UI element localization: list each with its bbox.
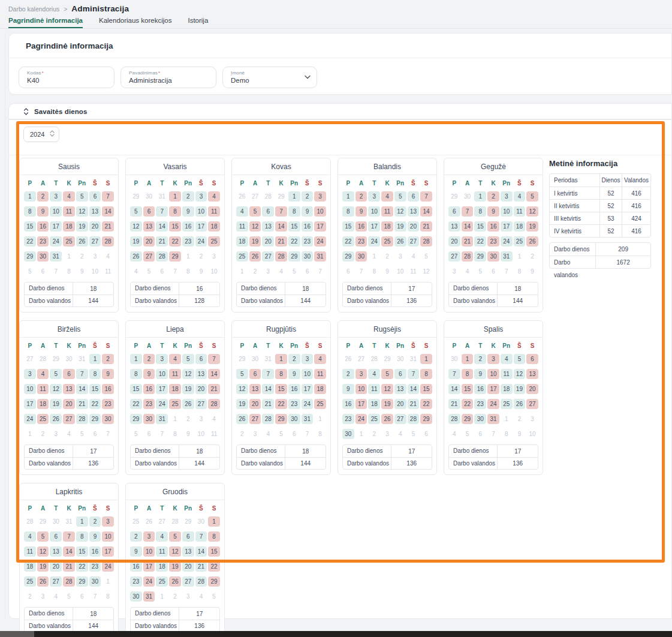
day-cell[interactable]: 7 (262, 369, 274, 379)
day-cell[interactable]: 24 (50, 236, 62, 247)
day-cell[interactable]: 20 (182, 561, 194, 572)
day-cell[interactable]: 1 (89, 354, 101, 364)
day-cell[interactable]: 22 (462, 399, 474, 409)
day-cell[interactable]: 9 (487, 206, 499, 217)
day-cell[interactable]: 26 (182, 399, 194, 409)
day-cell[interactable]: 3 (24, 369, 36, 379)
day-cell[interactable]: 17 (50, 221, 62, 232)
day-cell[interactable]: 24 (355, 414, 367, 424)
day-cell[interactable]: 3 (302, 354, 314, 364)
day-cell[interactable]: 7 (408, 369, 420, 379)
day-cell[interactable]: 17 (501, 221, 513, 232)
day-cell[interactable]: 16 (182, 221, 194, 232)
day-cell[interactable]: 25 (236, 251, 248, 262)
day-cell[interactable]: 24 (156, 399, 168, 409)
day-cell[interactable]: 10 (195, 206, 207, 217)
day-cell[interactable]: 23 (288, 399, 300, 409)
day-cell[interactable]: 14 (275, 221, 287, 232)
day-cell[interactable]: 20 (262, 236, 274, 247)
tab-pagrindine-informacija[interactable]: Pagrindinė informacija (8, 17, 83, 28)
day-cell[interactable]: 14 (448, 384, 460, 394)
day-cell[interactable]: 11 (314, 369, 326, 379)
day-cell[interactable]: 25 (37, 414, 49, 424)
day-cell[interactable]: 27 (50, 576, 62, 587)
day-cell[interactable]: 14 (195, 546, 207, 557)
day-cell[interactable]: 29 (420, 414, 432, 424)
day-cell[interactable]: 19 (526, 221, 538, 232)
day-cell[interactable]: 15 (89, 384, 101, 394)
day-cell[interactable]: 4 (514, 191, 526, 202)
day-cell[interactable]: 30 (37, 251, 49, 262)
day-cell[interactable]: 13 (195, 369, 207, 379)
day-cell[interactable]: 28 (102, 236, 114, 247)
day-cell[interactable]: 21 (420, 221, 432, 232)
day-cell[interactable]: 3 (143, 531, 155, 542)
day-cell[interactable]: 26 (50, 414, 62, 424)
day-cell[interactable]: 13 (408, 206, 420, 217)
day-cell[interactable]: 23 (474, 399, 486, 409)
day-cell[interactable]: 4 (314, 354, 326, 364)
day-cell[interactable]: 8 (288, 206, 300, 217)
day-cell[interactable]: 12 (130, 221, 142, 232)
day-cell[interactable]: 9 (342, 384, 354, 394)
day-cell[interactable]: 6 (63, 369, 75, 379)
day-cell[interactable]: 28 (156, 251, 168, 262)
day-cell[interactable]: 27 (89, 236, 101, 247)
day-cell[interactable]: 28 (208, 399, 220, 409)
day-cell[interactable]: 20 (408, 221, 420, 232)
day-cell[interactable]: 8 (130, 369, 142, 379)
day-cell[interactable]: 23 (342, 414, 354, 424)
day-cell[interactable]: 10 (368, 206, 380, 217)
day-cell[interactable]: 1 (169, 191, 181, 202)
day-cell[interactable]: 18 (169, 384, 181, 394)
day-cell[interactable]: 25 (63, 236, 75, 247)
day-cell[interactable]: 29 (342, 251, 354, 262)
day-cell[interactable]: 19 (76, 221, 88, 232)
day-cell[interactable]: 26 (526, 236, 538, 247)
tab-istorija[interactable]: Istorija (188, 17, 208, 28)
day-cell[interactable]: 20 (448, 236, 460, 247)
day-cell[interactable]: 12 (394, 206, 406, 217)
day-cell[interactable]: 1 (462, 354, 474, 364)
day-cell[interactable]: 20 (63, 399, 75, 409)
day-cell[interactable]: 4 (368, 369, 380, 379)
day-cell[interactable]: 27 (63, 414, 75, 424)
day-cell[interactable]: 27 (195, 399, 207, 409)
day-cell[interactable]: 26 (37, 576, 49, 587)
day-cell[interactable]: 29 (275, 414, 287, 424)
day-cell[interactable]: 7 (462, 206, 474, 217)
day-cell[interactable]: 30 (130, 591, 142, 602)
day-cell[interactable]: 21 (102, 221, 114, 232)
day-cell[interactable]: 25 (24, 576, 36, 587)
day-cell[interactable]: 9 (302, 206, 314, 217)
day-cell[interactable]: 6 (182, 531, 194, 542)
day-cell[interactable]: 26 (169, 576, 181, 587)
day-cell[interactable]: 24 (302, 399, 314, 409)
day-cell[interactable]: 31 (314, 251, 326, 262)
day-cell[interactable]: 13 (50, 546, 62, 557)
day-cell[interactable]: 20 (50, 561, 62, 572)
day-cell[interactable]: 24 (195, 236, 207, 247)
day-cell[interactable]: 8 (208, 531, 220, 542)
day-cell[interactable]: 14 (462, 221, 474, 232)
day-cell[interactable]: 29 (24, 251, 36, 262)
day-cell[interactable]: 19 (182, 384, 194, 394)
day-cell[interactable]: 1 (420, 354, 432, 364)
day-cell[interactable]: 16 (302, 221, 314, 232)
day-cell[interactable]: 28 (63, 576, 75, 587)
day-cell[interactable]: 10 (50, 206, 62, 217)
day-cell[interactable]: 8 (24, 206, 36, 217)
day-cell[interactable]: 6 (50, 531, 62, 542)
day-cell[interactable]: 26 (236, 414, 248, 424)
day-cell[interactable]: 21 (63, 561, 75, 572)
day-cell[interactable]: 23 (143, 399, 155, 409)
day-cell[interactable]: 17 (368, 221, 380, 232)
day-cell[interactable]: 4 (169, 354, 181, 364)
day-cell[interactable]: 7 (420, 191, 432, 202)
day-cell[interactable]: 31 (501, 251, 513, 262)
day-cell[interactable]: 27 (249, 414, 261, 424)
day-cell[interactable]: 18 (368, 399, 380, 409)
day-cell[interactable]: 30 (288, 414, 300, 424)
day-cell[interactable]: 5 (526, 191, 538, 202)
day-cell[interactable]: 9 (89, 531, 101, 542)
